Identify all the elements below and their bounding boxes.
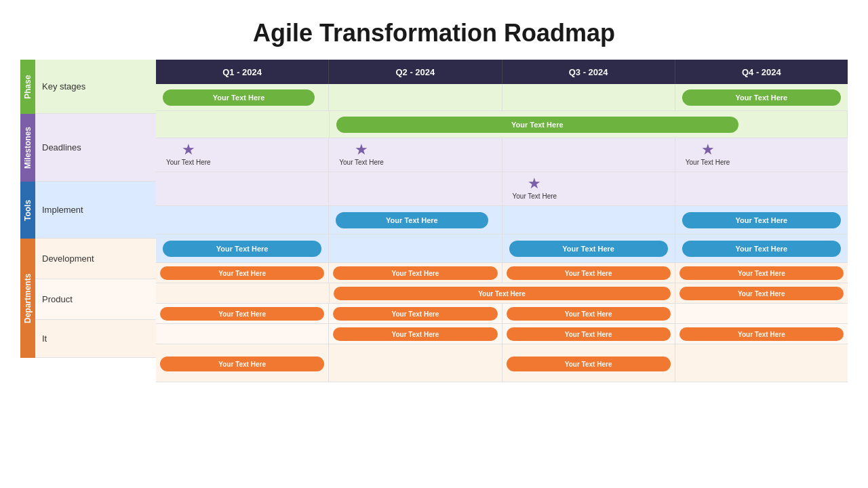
dl-r2-q3: ★ Your Text Here — [502, 172, 675, 205]
it-label: It — [35, 320, 156, 358]
prod-row1: Your Text Here Your Text Here Your Text … — [156, 304, 848, 324]
it-q1: Your Text Here — [156, 344, 329, 382]
dl-r1-q3 — [502, 138, 675, 171]
it-row: Your Text Here Your Text Here — [156, 344, 848, 382]
dev-r1-q2: Your Text Here — [329, 263, 502, 283]
labels-column: Phase Key stages Milestones Deadlines To… — [20, 60, 156, 382]
departments-tab: Departments — [20, 239, 35, 358]
dev-r2-q4: Your Text Here — [675, 283, 848, 303]
ks-r1-q1: Your Text Here — [156, 84, 329, 110]
deadlines-label: Deadlines — [35, 114, 156, 182]
tl-r1-q1 — [156, 206, 329, 234]
prod-r1-q3: Your Text Here — [502, 304, 675, 323]
dl-r1-q2: ★ Your Text Here — [329, 138, 502, 171]
dev-bar-6: Your Text Here — [679, 287, 844, 300]
dev-row1: Your Text Here Your Text Here Your Text … — [156, 263, 848, 283]
star-1: ★ Your Text Here — [166, 142, 211, 166]
star-2: ★ Your Text Here — [339, 142, 384, 166]
ks-bar-1: Your Text Here — [163, 89, 315, 106]
tools-bar-4: Your Text Here — [509, 241, 668, 257]
q1-header: Q1 - 2024 — [156, 60, 329, 84]
implement-label: Implement — [35, 182, 156, 239]
prod-r1-q4 — [675, 304, 848, 323]
dl-r1-q4: ★ Your Text Here — [675, 138, 848, 171]
phase-tab: Phase — [20, 60, 35, 114]
dl-r1-q1: ★ Your Text Here — [156, 138, 329, 171]
ks-r2-q1 — [156, 111, 330, 138]
tl-r2-q4: Your Text Here — [675, 235, 848, 262]
deadlines-row1: ★ Your Text Here ★ Your Text Here ★ Your… — [156, 138, 848, 172]
prod-bar-6: Your Text Here — [679, 327, 844, 341]
q2-header: Q2 - 2024 — [329, 60, 502, 84]
tl-r2-q1: Your Text Here — [156, 235, 329, 262]
dev-r2-q23: Your Text Here — [330, 283, 675, 303]
it-q3: Your Text Here — [502, 344, 675, 382]
dev-row2: Your Text Here Your Text Here — [156, 283, 848, 304]
tl-r1-q3 — [502, 206, 675, 234]
tools-row2: Your Text Here Your Text Here Your Text … — [156, 235, 848, 263]
dl-r2-q4 — [675, 172, 848, 205]
dev-r1-q3: Your Text Here — [502, 263, 675, 283]
dl-r2-q1 — [156, 172, 329, 205]
tl-r2-q2 — [329, 235, 502, 262]
dev-bar-1: Your Text Here — [160, 266, 324, 280]
prod-r1-q1: Your Text Here — [156, 304, 329, 323]
star-3: ★ Your Text Here — [686, 142, 730, 166]
tools-bar-1: Your Text Here — [336, 212, 488, 228]
prod-bar-4: Your Text Here — [333, 327, 497, 341]
deadlines-row2: ★ Your Text Here — [156, 172, 848, 206]
ks-r2-q234: Your Text Here — [330, 111, 848, 138]
page-title: Agile Transformation Roadmap — [253, 0, 615, 60]
grid-area: Q1 - 2024 Q2 - 2024 Q3 - 2024 Q4 - 2024 … — [156, 60, 848, 382]
key-stages-row2: Your Text Here — [156, 111, 848, 138]
tl-r1-q2: Your Text Here — [329, 206, 502, 234]
dev-r1-q1: Your Text Here — [156, 263, 329, 283]
tools-bar-5: Your Text Here — [682, 241, 841, 257]
prod-r2-q4: Your Text Here — [675, 324, 848, 344]
tl-r1-q4: Your Text Here — [675, 206, 848, 234]
quarter-headers: Q1 - 2024 Q2 - 2024 Q3 - 2024 Q4 - 2024 — [156, 60, 848, 84]
ks-r1-q2 — [329, 84, 502, 110]
prod-r2-q1 — [156, 324, 329, 344]
it-q4 — [675, 344, 848, 382]
prod-r2-q3: Your Text Here — [502, 324, 675, 344]
dev-bar-2: Your Text Here — [333, 266, 497, 280]
dev-bar-5: Your Text Here — [334, 287, 671, 300]
tools-bar-3: Your Text Here — [163, 241, 321, 257]
q4-header: Q4 - 2024 — [675, 60, 848, 84]
prod-r1-q2: Your Text Here — [329, 304, 502, 323]
dev-r1-q4: Your Text Here — [675, 263, 848, 283]
q3-header: Q3 - 2024 — [502, 60, 675, 84]
it-bar-2: Your Text Here — [507, 357, 671, 371]
tools-row1: Your Text Here Your Text Here — [156, 206, 848, 235]
dl-r2-q2 — [329, 172, 502, 205]
product-label: Product — [35, 279, 156, 320]
key-stages-row1: Your Text Here Your Text Here — [156, 84, 848, 111]
prod-bar-5: Your Text Here — [507, 327, 671, 341]
star-4: ★ Your Text Here — [513, 176, 557, 200]
ks-bar-2: Your Text Here — [682, 89, 841, 106]
dev-bar-3: Your Text Here — [507, 266, 671, 280]
grid-rows: Your Text Here Your Text Here Your Text … — [156, 84, 848, 382]
it-bar-1: Your Text Here — [160, 357, 324, 371]
development-label: Development — [35, 239, 156, 279]
tools-tab: Tools — [20, 182, 35, 239]
tl-r2-q3: Your Text Here — [502, 235, 675, 262]
it-q2 — [329, 344, 502, 382]
prod-bar-2: Your Text Here — [333, 307, 497, 321]
dev-bar-4: Your Text Here — [679, 266, 844, 280]
ks-bar-3: Your Text Here — [336, 117, 739, 133]
prod-r2-q2: Your Text Here — [329, 324, 502, 344]
ks-r1-q3 — [502, 84, 675, 110]
dev-r2-q1 — [156, 283, 330, 303]
milestones-tab: Milestones — [20, 114, 35, 182]
prod-bar-3: Your Text Here — [507, 307, 671, 321]
prod-bar-1: Your Text Here — [160, 307, 324, 321]
prod-row2: Your Text Here Your Text Here Your Text … — [156, 324, 848, 344]
key-stages-label: Key stages — [35, 60, 156, 114]
ks-r1-q4: Your Text Here — [675, 84, 848, 110]
tools-bar-2: Your Text Here — [682, 212, 841, 228]
